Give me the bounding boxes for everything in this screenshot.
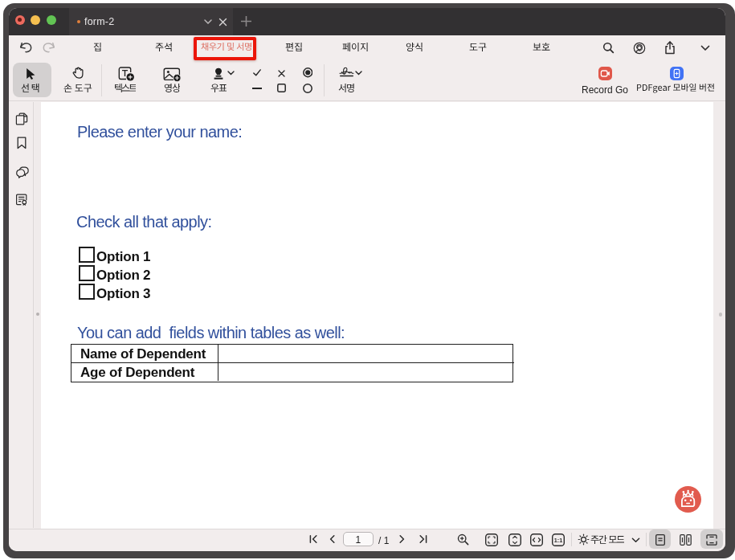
svg-text:1:1: 1:1 bbox=[554, 536, 562, 543]
